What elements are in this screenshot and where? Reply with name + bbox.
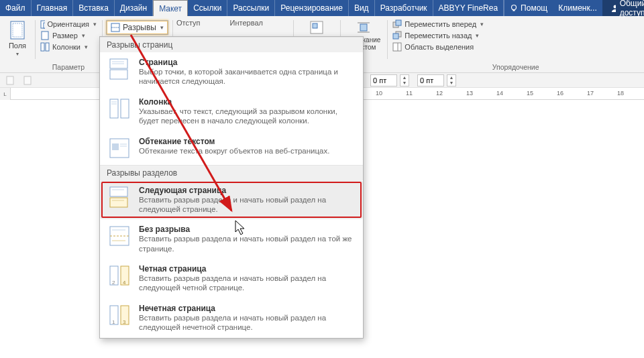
svg-rect-14 [360, 24, 367, 31]
tab-references[interactable]: Ссылки [188, 0, 227, 16]
odd-page-section-icon: 13 [108, 304, 131, 326]
spacing-after-spinner[interactable]: ▲▼ [417, 74, 456, 86]
menu-section-section-breaks: Разрывы разделов [100, 165, 363, 180]
svg-rect-20 [393, 34, 398, 39]
spinner-controls[interactable]: ▲▼ [447, 74, 456, 86]
spacing-after-input[interactable] [417, 74, 444, 86]
column-break-icon [108, 97, 131, 120]
account-name[interactable]: Клименк... [553, 0, 602, 16]
ruler-mark: 10 [376, 90, 382, 97]
menu-item-column[interactable]: КолонкаУказывает, что текст, следующий з… [100, 92, 363, 131]
tab-review[interactable]: Рецензирование [275, 0, 349, 16]
selection-pane-button[interactable]: Область выделения [391, 42, 640, 52]
tell-me[interactable]: Помощ [504, 0, 553, 16]
menu-item-continuous[interactable]: Без разрываВставить разрыв раздела и нач… [100, 219, 363, 259]
size-button[interactable]: Размер [39, 30, 98, 41]
doc2-icon [23, 76, 32, 85]
columns-label: Колонки [52, 43, 80, 51]
page-break-icon [108, 58, 131, 80]
menu-item-title: Четная страница [139, 264, 355, 274]
svg-rect-21 [393, 43, 401, 51]
menu-item-desc: Вставить разрыв раздела и начать новый р… [139, 274, 355, 293]
svg-rect-7 [42, 32, 48, 40]
menu-item-page[interactable]: СтраницаВыбор точки, в которой заканчива… [100, 52, 363, 92]
menu-section-page-breaks: Разрывы страниц [100, 37, 363, 52]
svg-rect-6 [44, 23, 45, 28]
spacing-before-input[interactable] [370, 74, 397, 86]
send-backward-button[interactable]: Переместить назад [391, 30, 640, 41]
ruler-mark: 17 [587, 90, 594, 97]
indent-header: Отступ [176, 19, 201, 28]
breaks-dropdown: Разрывы страниц СтраницаВыбор точки, в к… [99, 36, 364, 339]
size-label: Размер [52, 32, 78, 40]
breaks-label: Разрывы [123, 23, 156, 32]
ruler-mark: 15 [527, 90, 533, 97]
bring-forward-label: Переместить вперед [405, 20, 476, 28]
tab-file[interactable]: Файл [0, 0, 32, 16]
columns-icon [40, 42, 50, 52]
orientation-button[interactable]: Ориентация [39, 19, 98, 29]
spacing-header: Интервал [230, 19, 263, 28]
lightbulb-icon [510, 4, 518, 12]
svg-text:4: 4 [123, 280, 126, 286]
tell-me-label: Помощ [521, 3, 547, 13]
svg-rect-8 [41, 43, 44, 51]
menu-item-title: Обтекание текстом [139, 137, 329, 146]
menu-item-odd-page[interactable]: 13 Нечетная страницаВставить разрыв разд… [100, 298, 363, 338]
tab-mailings[interactable]: Рассылки [227, 0, 275, 16]
svg-text:2: 2 [112, 280, 115, 286]
margins-label: Поля [9, 42, 26, 50]
menu-item-desc: Обтекание текста вокруг объектов на веб-… [139, 146, 329, 156]
menu-item-even-page[interactable]: 24 Четная страницаВставить разрыв раздел… [100, 259, 363, 298]
menu-item-desc: Вставить разрыв раздела и начать новый р… [139, 313, 355, 333]
tab-abbyy[interactable]: ABBYY FineRea [433, 0, 504, 16]
menu-item-desc: Вставить разрыв раздела и начать новый р… [139, 195, 355, 215]
menu-item-title: Нечетная страница [139, 304, 355, 313]
svg-point-2 [613, 5, 615, 9]
svg-text:1: 1 [112, 319, 115, 325]
send-backward-label: Переместить назад [405, 32, 472, 40]
bring-forward-icon [392, 19, 402, 29]
text-wrap-break-icon [108, 137, 131, 160]
svg-rect-38 [110, 198, 127, 207]
svg-rect-23 [7, 76, 13, 84]
svg-rect-9 [46, 43, 49, 51]
menu-item-next-page[interactable]: Следующая страницаВставить разрыв раздел… [100, 180, 363, 220]
selection-pane-label: Область выделения [405, 43, 474, 51]
columns-button[interactable]: Колонки [39, 42, 98, 52]
tab-design[interactable]: Дизайн [115, 0, 153, 16]
svg-rect-13 [313, 23, 317, 28]
menu-item-title: Страница [139, 58, 355, 67]
menu-item-desc: Указывает, что текст, следующий за разры… [139, 107, 355, 126]
breaks-button[interactable]: Разрывы [106, 20, 168, 35]
svg-rect-41 [110, 227, 129, 245]
share-label: Общий доступ [620, 0, 644, 17]
svg-rect-26 [110, 70, 127, 79]
tab-developer[interactable]: Разработчик [375, 0, 433, 16]
ruler-mark: 18 [617, 90, 624, 97]
menu-item-title: Следующая страница [139, 186, 355, 195]
tab-home[interactable]: Главная [32, 0, 74, 16]
menu-item-text-wrapping[interactable]: Обтекание текстомОбтекание текста вокруг… [100, 131, 363, 165]
tab-view[interactable]: Вид [349, 0, 375, 16]
send-backward-icon [392, 31, 402, 40]
menu-item-title: Колонка [139, 97, 355, 107]
doc-icon [5, 76, 15, 85]
spinner-controls[interactable]: ▲▼ [400, 74, 409, 86]
spacing-before-spinner[interactable]: ▲▼ [370, 74, 409, 86]
next-page-section-icon [108, 186, 131, 208]
ruler-mark: 11 [406, 90, 413, 97]
even-page-section-icon: 24 [108, 264, 131, 287]
margins-button[interactable]: Поля ▾ [4, 19, 31, 58]
wrap-text-icon [356, 20, 371, 35]
svg-rect-30 [121, 99, 129, 118]
tab-insert[interactable]: Вставка [73, 0, 115, 16]
position-icon [309, 20, 324, 35]
continuous-section-icon [108, 225, 131, 247]
share-button[interactable]: Общий доступ [602, 0, 644, 16]
tab-layout[interactable]: Макет [153, 0, 188, 16]
svg-rect-34 [112, 143, 119, 150]
bring-forward-button[interactable]: Переместить вперед [391, 19, 640, 29]
svg-point-0 [512, 5, 517, 10]
svg-text:3: 3 [123, 319, 126, 325]
